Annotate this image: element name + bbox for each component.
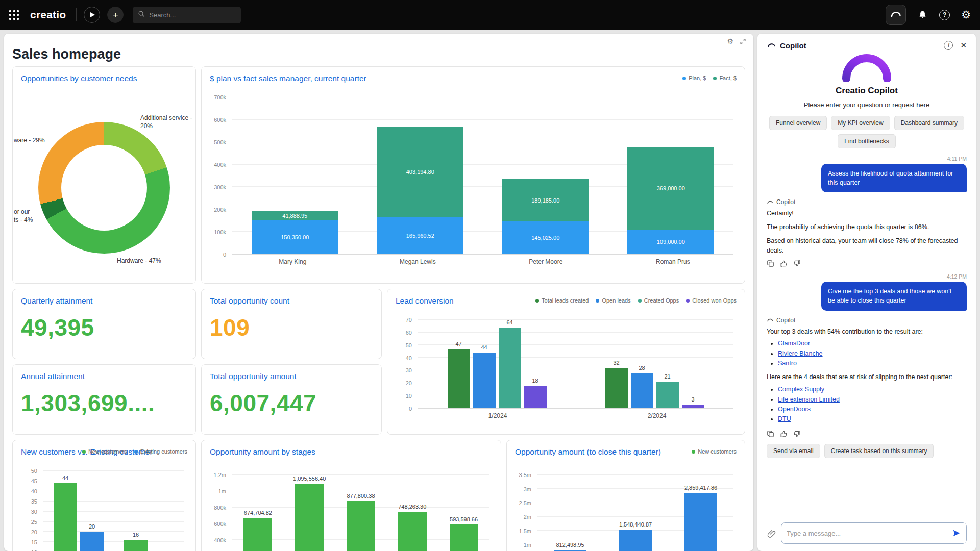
- donut-chart: [38, 122, 170, 254]
- chip-find-bottlenecks[interactable]: Find bottlenecks: [838, 134, 895, 148]
- thumbs-down-icon[interactable]: [793, 260, 801, 267]
- create-task-button[interactable]: Create task based on this summary: [824, 444, 934, 458]
- ytick: 700k: [214, 94, 226, 101]
- attach-paperclip-icon[interactable]: [767, 529, 776, 538]
- top-bar: creatio + ? ⚙: [0, 0, 980, 30]
- copilot-title: Copilot: [780, 41, 806, 50]
- thumbs-up-icon[interactable]: [780, 430, 788, 438]
- user-message: Assess the likelihood of quota attainmen…: [821, 164, 967, 192]
- lg-dot: [134, 450, 138, 454]
- search-input[interactable]: [149, 11, 236, 19]
- ytick: 500k: [214, 139, 226, 145]
- dashboard-settings-gear-icon[interactable]: ⚙: [727, 38, 733, 45]
- kpi-value: 109: [210, 314, 373, 341]
- lg-item: Existing customers: [134, 448, 187, 455]
- ytick: 400k: [214, 537, 226, 543]
- bar-label: 21: [664, 373, 670, 380]
- send-icon[interactable]: [952, 529, 961, 538]
- ytick: 60: [406, 330, 412, 336]
- ytick: 2.5m: [519, 500, 531, 506]
- seg-label: 403,194.80: [377, 127, 463, 217]
- add-button[interactable]: +: [107, 7, 124, 23]
- deal-link[interactable]: GlamsDoor: [778, 340, 810, 347]
- chart-title: $ plan vs fact sales manager, current qu…: [210, 74, 737, 83]
- bar-label: 674,704.82: [244, 510, 272, 516]
- message-input[interactable]: [787, 530, 952, 537]
- vbar: 16: [124, 540, 148, 551]
- ytick: 10: [406, 393, 412, 399]
- app-launcher-icon[interactable]: [9, 10, 19, 20]
- bar-group: 748,263.30: [398, 471, 427, 551]
- thumbs-down-icon[interactable]: [793, 430, 801, 438]
- reply-paragraph: The probability of achieving the quota t…: [767, 222, 967, 232]
- lg-item: New customers: [82, 448, 127, 455]
- ytick: 0: [223, 252, 226, 258]
- seg: 403,194.80: [377, 127, 463, 217]
- chip-my-kpi-overview[interactable]: My KPI overview: [831, 116, 890, 130]
- run-process-button[interactable]: [84, 7, 100, 23]
- copy-icon[interactable]: [767, 430, 774, 438]
- copy-icon[interactable]: [767, 260, 774, 267]
- settings-gear-icon[interactable]: ⚙: [961, 10, 971, 20]
- bar-group: 877,800.38: [347, 471, 375, 551]
- deal-link[interactable]: Riviere Blanche: [778, 350, 823, 357]
- help-icon[interactable]: ?: [939, 10, 950, 20]
- message-input-container: [781, 522, 967, 544]
- bar-group: 4420: [54, 471, 104, 551]
- deal-link[interactable]: Life extension Limited: [778, 396, 840, 403]
- seg-label: 150,350.00: [252, 220, 338, 254]
- global-search[interactable]: [133, 7, 241, 23]
- notifications-bell-icon[interactable]: [917, 10, 928, 20]
- kpi-title: Quarterly attainment: [21, 296, 187, 306]
- vbar: 28: [631, 373, 653, 408]
- vbar: 3: [682, 405, 704, 408]
- expand-icon[interactable]: [740, 38, 746, 45]
- copilot-prompt: Please enter your question or request he…: [767, 101, 967, 109]
- bar-label: 3: [691, 396, 694, 403]
- seg: 109,000.00: [627, 230, 714, 254]
- reply-paragraph: Based on historical data, your team will…: [767, 236, 967, 256]
- copilot-reply: Your top 3 deals with 54% contribution t…: [767, 327, 967, 425]
- thumbs-up-icon[interactable]: [780, 260, 788, 267]
- ytick: 600k: [214, 117, 226, 123]
- bar-label: 64: [506, 319, 512, 325]
- copilot-app-icon[interactable]: [886, 5, 906, 25]
- kpi-value: 1,303,699....: [21, 389, 187, 417]
- vbar: 1,095,556.40: [295, 484, 324, 551]
- ytick: 1m: [524, 542, 531, 548]
- bar-group: 3228213: [605, 320, 704, 408]
- bar-label: 593,598.66: [450, 516, 478, 522]
- list-item: Santro: [778, 359, 967, 368]
- ytick: 1m: [218, 488, 226, 494]
- copilot-messages: 4:11 PM Assess the likelihood of quota a…: [767, 149, 967, 516]
- deal-link[interactable]: DTU: [778, 415, 791, 422]
- vbar: 21: [656, 382, 679, 408]
- chip-funnel-overview[interactable]: Funnel overview: [769, 116, 827, 130]
- kpi-total-opportunity-amount: Total opportunity amount 6,007,447: [201, 364, 382, 435]
- deal-link[interactable]: OpenDoors: [778, 406, 811, 413]
- vbar: 1,548,440.87: [619, 530, 652, 551]
- cat: Roman Prus: [656, 258, 690, 265]
- search-icon: [138, 10, 145, 19]
- bar-group: 150,350.0041,888.95: [252, 97, 338, 254]
- chart-lead-conversion: Lead conversion Total leads createdOpen …: [387, 289, 745, 435]
- ytick: 15: [31, 539, 37, 545]
- chip-dashboard-summary[interactable]: Dashboard summary: [894, 116, 964, 130]
- kpi-annual-attainment: Annual attainment 1,303,699....: [12, 364, 196, 435]
- legend-label: Open leads: [602, 297, 630, 304]
- deal-link[interactable]: Santro: [778, 360, 797, 367]
- creatio-logo[interactable]: creatio: [30, 9, 66, 21]
- send-via-email-button[interactable]: Send via email: [767, 444, 820, 458]
- kpi-title: Annual attainment: [21, 372, 187, 381]
- legend-label: Fact, $: [719, 75, 737, 81]
- copilot-panel: Copilot i ✕ Creatio Copilot Please enter…: [757, 34, 976, 551]
- chart-new-vs-existing-customers: New customers vs. Existing customer New …: [12, 440, 196, 551]
- info-icon[interactable]: i: [944, 41, 953, 50]
- bar-label: 28: [639, 365, 645, 371]
- close-icon[interactable]: ✕: [960, 41, 967, 50]
- page-title: Sales homepage: [12, 46, 121, 62]
- kpi-title: Total opportunity count: [210, 296, 373, 306]
- deal-link[interactable]: Complex Supply: [778, 386, 824, 393]
- seg-label: 165,960.52: [377, 217, 463, 254]
- copilot-reply: Certainly! The probability of achieving …: [767, 209, 967, 255]
